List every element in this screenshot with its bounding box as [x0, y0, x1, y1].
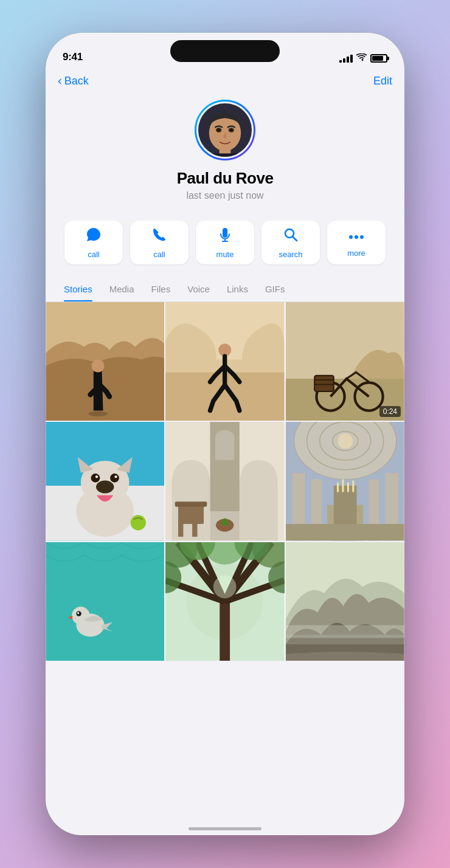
avatar-container	[195, 100, 255, 160]
svg-point-39	[131, 515, 146, 531]
svg-point-36	[95, 476, 98, 478]
call-label: call	[153, 250, 165, 259]
svg-point-83	[213, 575, 237, 598]
media-cell-3[interactable]: 0:24	[286, 302, 404, 421]
search-icon	[283, 227, 299, 246]
action-buttons: call call	[46, 213, 404, 277]
svg-rect-48	[192, 521, 197, 537]
home-indicator	[189, 827, 261, 830]
message-icon	[86, 227, 102, 246]
svg-point-18	[88, 412, 108, 416]
back-button[interactable]: ‹ Back	[58, 74, 89, 88]
tab-media[interactable]: Media	[101, 277, 143, 301]
tab-voice[interactable]: Voice	[179, 277, 218, 301]
svg-point-35	[110, 474, 119, 483]
action-message-button[interactable]: call	[64, 221, 123, 264]
mute-label: mute	[216, 250, 234, 259]
svg-rect-65	[347, 483, 348, 492]
media-cell-1[interactable]	[46, 302, 164, 421]
media-grid: 0:24	[46, 302, 404, 661]
svg-rect-7	[198, 153, 252, 157]
svg-point-38	[96, 481, 114, 494]
tab-gifs[interactable]: GIFs	[257, 277, 294, 301]
action-search-button[interactable]: search	[261, 221, 320, 264]
video-duration: 0:24	[379, 406, 401, 417]
svg-point-72	[77, 612, 79, 614]
media-cell-4[interactable]	[46, 422, 164, 540]
svg-rect-86	[286, 635, 404, 644]
more-icon	[348, 228, 364, 245]
status-icons	[339, 53, 387, 63]
status-time: 9:41	[63, 51, 83, 63]
svg-point-17	[92, 360, 105, 373]
action-mute-button[interactable]: mute	[196, 221, 254, 264]
svg-point-5	[230, 129, 232, 131]
svg-rect-66	[352, 481, 354, 492]
svg-rect-64	[342, 480, 344, 492]
svg-rect-50	[215, 435, 235, 460]
media-cell-9[interactable]	[286, 542, 404, 661]
notch	[170, 40, 280, 62]
back-chevron-icon: ‹	[58, 74, 62, 88]
edit-label: Edit	[373, 75, 392, 87]
media-cell-7[interactable]	[46, 542, 164, 661]
svg-rect-63	[337, 483, 339, 492]
phone-frame: 9:41	[46, 33, 404, 835]
media-cell-5[interactable]	[165, 422, 284, 540]
svg-rect-68	[46, 542, 164, 661]
svg-rect-26	[314, 376, 334, 391]
svg-point-34	[91, 474, 100, 483]
svg-point-12	[349, 235, 353, 239]
search-label: search	[279, 250, 302, 259]
profile-section: Paul du Rove last seen just now	[46, 94, 404, 213]
media-cell-8[interactable]	[165, 542, 284, 661]
svg-point-37	[114, 476, 117, 478]
svg-point-14	[360, 235, 364, 239]
action-call-button[interactable]: call	[130, 221, 189, 264]
tab-stories[interactable]: Stories	[55, 277, 101, 301]
svg-point-4	[218, 129, 220, 131]
profile-status: last seen just now	[186, 190, 263, 201]
tab-links[interactable]: Links	[218, 277, 257, 301]
svg-rect-75	[220, 601, 230, 661]
mute-icon	[217, 227, 233, 246]
svg-rect-47	[178, 521, 183, 537]
battery-icon	[370, 54, 387, 63]
back-label: Back	[64, 75, 89, 88]
svg-point-70	[72, 607, 89, 624]
svg-line-11	[293, 236, 297, 241]
svg-rect-46	[175, 502, 207, 507]
action-more-button[interactable]: more	[327, 221, 386, 264]
message-label: call	[88, 250, 100, 259]
media-cell-2[interactable]	[165, 302, 284, 421]
tab-files[interactable]: Files	[143, 277, 179, 301]
media-cell-6[interactable]	[286, 422, 404, 540]
nav-bar: ‹ Back Edit	[46, 68, 404, 94]
tabs-bar: Stories Media Files Voice Links GIFs	[46, 277, 404, 302]
wifi-icon	[356, 53, 367, 63]
more-label: more	[347, 249, 365, 258]
edit-button[interactable]: Edit	[373, 75, 392, 88]
svg-point-13	[355, 235, 358, 239]
avatar	[196, 102, 254, 159]
signal-icon	[339, 55, 353, 63]
profile-name: Paul du Rove	[177, 169, 274, 188]
svg-rect-67	[286, 524, 404, 540]
svg-point-56	[338, 433, 353, 449]
screen-content: ‹ Back Edit	[46, 68, 404, 835]
call-icon	[151, 227, 167, 246]
